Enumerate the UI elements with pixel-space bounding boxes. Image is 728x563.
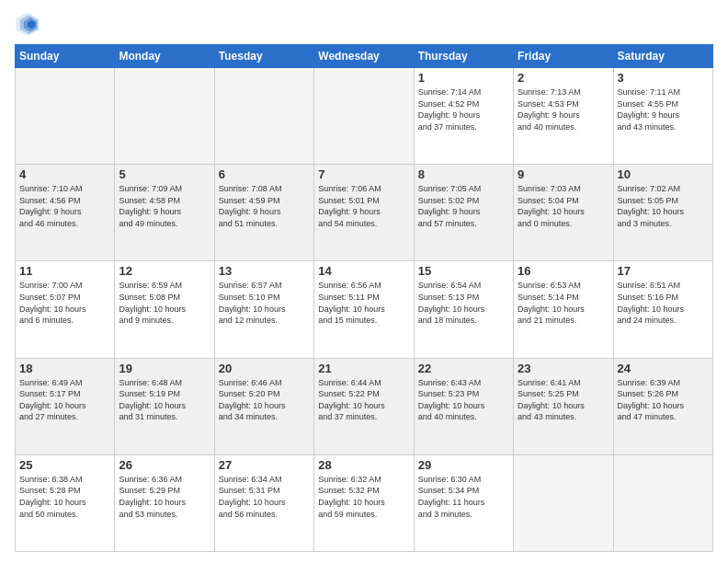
day-info: Sunrise: 6:43 AM Sunset: 5:23 PM Dayligh… bbox=[418, 377, 509, 423]
day-header-sunday: Sunday bbox=[16, 45, 115, 68]
week-row-1: 1Sunrise: 7:14 AM Sunset: 4:52 PM Daylig… bbox=[16, 68, 713, 165]
day-cell: 21Sunrise: 6:44 AM Sunset: 5:22 PM Dayli… bbox=[314, 358, 414, 454]
day-number: 3 bbox=[618, 71, 709, 85]
day-cell: 25Sunrise: 6:38 AM Sunset: 5:28 PM Dayli… bbox=[16, 454, 115, 551]
day-info: Sunrise: 6:59 AM Sunset: 5:08 PM Dayligh… bbox=[119, 280, 210, 326]
day-info: Sunrise: 7:13 AM Sunset: 4:53 PM Dayligh… bbox=[518, 86, 609, 132]
day-number: 16 bbox=[518, 264, 609, 278]
day-number: 13 bbox=[219, 264, 310, 278]
day-info: Sunrise: 6:48 AM Sunset: 5:19 PM Dayligh… bbox=[119, 377, 210, 423]
day-header-friday: Friday bbox=[514, 45, 613, 68]
day-header-thursday: Thursday bbox=[414, 45, 513, 68]
day-info: Sunrise: 7:03 AM Sunset: 5:04 PM Dayligh… bbox=[518, 183, 609, 229]
day-number: 8 bbox=[418, 167, 509, 181]
day-info: Sunrise: 7:10 AM Sunset: 4:56 PM Dayligh… bbox=[19, 183, 110, 229]
day-number: 6 bbox=[219, 167, 310, 181]
day-number: 24 bbox=[618, 362, 709, 375]
day-info: Sunrise: 6:57 AM Sunset: 5:10 PM Dayligh… bbox=[219, 280, 310, 326]
logo bbox=[15, 11, 44, 37]
day-info: Sunrise: 6:32 AM Sunset: 5:32 PM Dayligh… bbox=[318, 474, 409, 520]
day-cell bbox=[214, 68, 313, 165]
calendar-table: SundayMondayTuesdayWednesdayThursdayFrid… bbox=[15, 44, 713, 552]
day-number: 22 bbox=[418, 362, 509, 375]
day-info: Sunrise: 6:51 AM Sunset: 5:16 PM Dayligh… bbox=[618, 280, 709, 326]
day-info: Sunrise: 6:44 AM Sunset: 5:22 PM Dayligh… bbox=[318, 377, 409, 423]
day-cell: 7Sunrise: 7:06 AM Sunset: 5:01 PM Daylig… bbox=[314, 165, 414, 261]
day-cell bbox=[16, 68, 115, 165]
day-info: Sunrise: 7:05 AM Sunset: 5:02 PM Dayligh… bbox=[418, 183, 509, 229]
day-info: Sunrise: 7:14 AM Sunset: 4:52 PM Dayligh… bbox=[418, 86, 509, 132]
day-cell: 24Sunrise: 6:39 AM Sunset: 5:26 PM Dayli… bbox=[613, 358, 712, 454]
week-row-3: 11Sunrise: 7:00 AM Sunset: 5:07 PM Dayli… bbox=[16, 261, 713, 358]
day-cell: 19Sunrise: 6:48 AM Sunset: 5:19 PM Dayli… bbox=[115, 358, 214, 454]
day-cell bbox=[514, 454, 613, 551]
day-number: 27 bbox=[219, 458, 310, 472]
day-number: 2 bbox=[518, 71, 609, 85]
day-number: 14 bbox=[318, 264, 409, 278]
day-cell: 10Sunrise: 7:02 AM Sunset: 5:05 PM Dayli… bbox=[613, 165, 712, 261]
day-number: 28 bbox=[318, 458, 409, 472]
day-number: 12 bbox=[119, 264, 210, 278]
day-header-saturday: Saturday bbox=[613, 45, 712, 68]
day-cell: 20Sunrise: 6:46 AM Sunset: 5:20 PM Dayli… bbox=[214, 358, 313, 454]
day-number: 4 bbox=[19, 167, 110, 181]
day-cell: 9Sunrise: 7:03 AM Sunset: 5:04 PM Daylig… bbox=[514, 165, 613, 261]
day-number: 9 bbox=[518, 167, 609, 181]
day-cell: 17Sunrise: 6:51 AM Sunset: 5:16 PM Dayli… bbox=[613, 261, 712, 358]
day-number: 5 bbox=[119, 167, 210, 181]
day-header-wednesday: Wednesday bbox=[314, 45, 414, 68]
day-cell: 26Sunrise: 6:36 AM Sunset: 5:29 PM Dayli… bbox=[115, 454, 214, 551]
day-number: 10 bbox=[618, 167, 709, 181]
day-header-monday: Monday bbox=[115, 45, 214, 68]
header-row: SundayMondayTuesdayWednesdayThursdayFrid… bbox=[16, 45, 713, 68]
day-number: 15 bbox=[418, 264, 509, 278]
week-row-5: 25Sunrise: 6:38 AM Sunset: 5:28 PM Dayli… bbox=[16, 454, 713, 551]
day-info: Sunrise: 6:53 AM Sunset: 5:14 PM Dayligh… bbox=[518, 280, 609, 326]
day-cell: 4Sunrise: 7:10 AM Sunset: 4:56 PM Daylig… bbox=[16, 165, 115, 261]
day-cell: 5Sunrise: 7:09 AM Sunset: 4:58 PM Daylig… bbox=[115, 165, 214, 261]
day-cell: 15Sunrise: 6:54 AM Sunset: 5:13 PM Dayli… bbox=[414, 261, 513, 358]
day-cell: 11Sunrise: 7:00 AM Sunset: 5:07 PM Dayli… bbox=[16, 261, 115, 358]
day-info: Sunrise: 6:56 AM Sunset: 5:11 PM Dayligh… bbox=[318, 280, 409, 326]
day-cell: 23Sunrise: 6:41 AM Sunset: 5:25 PM Dayli… bbox=[514, 358, 613, 454]
day-cell: 8Sunrise: 7:05 AM Sunset: 5:02 PM Daylig… bbox=[414, 165, 513, 261]
day-cell: 16Sunrise: 6:53 AM Sunset: 5:14 PM Dayli… bbox=[514, 261, 613, 358]
day-info: Sunrise: 6:54 AM Sunset: 5:13 PM Dayligh… bbox=[418, 280, 509, 326]
day-number: 7 bbox=[318, 167, 409, 181]
day-header-tuesday: Tuesday bbox=[214, 45, 313, 68]
day-cell bbox=[314, 68, 414, 165]
day-number: 29 bbox=[418, 458, 509, 472]
day-cell bbox=[115, 68, 214, 165]
day-cell: 1Sunrise: 7:14 AM Sunset: 4:52 PM Daylig… bbox=[414, 68, 513, 165]
day-cell: 27Sunrise: 6:34 AM Sunset: 5:31 PM Dayli… bbox=[214, 454, 313, 551]
day-cell: 12Sunrise: 6:59 AM Sunset: 5:08 PM Dayli… bbox=[115, 261, 214, 358]
day-number: 17 bbox=[618, 264, 709, 278]
day-cell: 29Sunrise: 6:30 AM Sunset: 5:34 PM Dayli… bbox=[414, 454, 513, 551]
day-cell: 6Sunrise: 7:08 AM Sunset: 4:59 PM Daylig… bbox=[214, 165, 313, 261]
day-cell: 18Sunrise: 6:49 AM Sunset: 5:17 PM Dayli… bbox=[16, 358, 115, 454]
day-number: 11 bbox=[19, 264, 110, 278]
day-cell: 2Sunrise: 7:13 AM Sunset: 4:53 PM Daylig… bbox=[514, 68, 613, 165]
day-info: Sunrise: 6:36 AM Sunset: 5:29 PM Dayligh… bbox=[119, 474, 210, 520]
day-info: Sunrise: 7:06 AM Sunset: 5:01 PM Dayligh… bbox=[318, 183, 409, 229]
day-number: 18 bbox=[19, 362, 110, 375]
day-info: Sunrise: 6:34 AM Sunset: 5:31 PM Dayligh… bbox=[219, 474, 310, 520]
day-number: 23 bbox=[518, 362, 609, 375]
day-cell: 3Sunrise: 7:11 AM Sunset: 4:55 PM Daylig… bbox=[613, 68, 712, 165]
day-info: Sunrise: 7:08 AM Sunset: 4:59 PM Dayligh… bbox=[219, 183, 310, 229]
day-info: Sunrise: 6:30 AM Sunset: 5:34 PM Dayligh… bbox=[418, 474, 509, 520]
day-info: Sunrise: 7:02 AM Sunset: 5:05 PM Dayligh… bbox=[618, 183, 709, 229]
week-row-4: 18Sunrise: 6:49 AM Sunset: 5:17 PM Dayli… bbox=[16, 358, 713, 454]
day-cell: 28Sunrise: 6:32 AM Sunset: 5:32 PM Dayli… bbox=[314, 454, 414, 551]
day-number: 21 bbox=[318, 362, 409, 375]
day-info: Sunrise: 6:49 AM Sunset: 5:17 PM Dayligh… bbox=[19, 377, 110, 423]
day-number: 19 bbox=[119, 362, 210, 375]
day-info: Sunrise: 7:11 AM Sunset: 4:55 PM Dayligh… bbox=[618, 86, 709, 132]
day-cell: 13Sunrise: 6:57 AM Sunset: 5:10 PM Dayli… bbox=[214, 261, 313, 358]
header bbox=[15, 11, 713, 37]
logo-icon bbox=[15, 11, 40, 37]
day-number: 1 bbox=[418, 71, 509, 85]
day-info: Sunrise: 7:09 AM Sunset: 4:58 PM Dayligh… bbox=[119, 183, 210, 229]
day-info: Sunrise: 7:00 AM Sunset: 5:07 PM Dayligh… bbox=[19, 280, 110, 326]
day-info: Sunrise: 6:41 AM Sunset: 5:25 PM Dayligh… bbox=[518, 377, 609, 423]
